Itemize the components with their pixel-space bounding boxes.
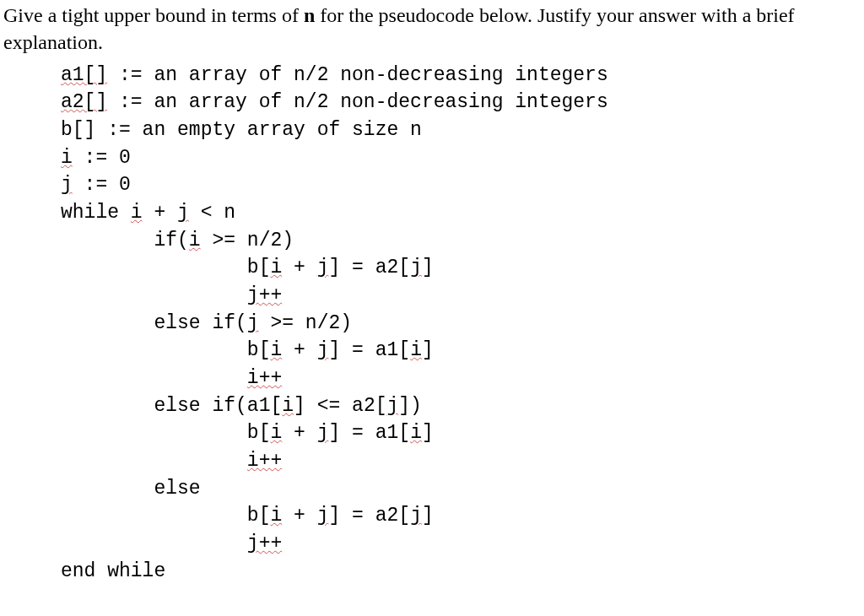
code-token: j: [317, 339, 329, 361]
code-token: j: [61, 174, 73, 196]
code-token: := 0: [73, 174, 131, 196]
question-prompt: Give a tight upper bound in terms of n f…: [3, 2, 861, 57]
code-token: j: [317, 257, 329, 278]
code-token: := an array of n/2 non-decreasing intege…: [107, 91, 608, 113]
code-token: >= n/2): [201, 230, 294, 251]
code-token: else: [61, 478, 201, 500]
code-token: i: [189, 230, 201, 251]
code-token: if(: [61, 230, 189, 251]
code-token: b[: [61, 339, 270, 361]
code-token: i: [270, 505, 282, 527]
code-token: i: [282, 395, 294, 417]
code-token: b[: [61, 422, 270, 444]
code-token: i: [131, 202, 143, 224]
document-page: Give a tight upper bound in terms of n f…: [0, 0, 864, 593]
code-token: ]: [422, 257, 434, 278]
code-token: i: [270, 257, 282, 278]
code-token: [61, 367, 247, 389]
code-token: +: [282, 505, 316, 527]
code-token: b[: [61, 257, 270, 278]
code-token: ]: [422, 505, 434, 527]
code-token: j: [410, 505, 422, 527]
code-token: +: [282, 257, 316, 278]
code-token: b[] := an empty array of size n: [61, 119, 422, 141]
prompt-bold-n: n: [304, 4, 315, 26]
code-token: i: [270, 339, 282, 361]
code-token: ] = a2[: [329, 257, 411, 278]
code-token: < n: [189, 202, 235, 224]
prompt-text-pre: Give a tight upper bound in terms of: [3, 4, 304, 26]
code-token: [61, 532, 247, 554]
code-token: else if(a1[: [61, 395, 282, 417]
code-token: a1[]: [61, 64, 107, 86]
code-token: >= n/2): [259, 312, 352, 334]
code-token: j: [386, 395, 398, 417]
code-token: ] = a1[: [329, 339, 411, 361]
code-token: b[: [61, 505, 270, 527]
code-token: [61, 450, 247, 472]
code-token: else if(: [61, 312, 247, 334]
code-token: ] <= a2[: [294, 395, 386, 417]
code-token: j: [247, 312, 259, 334]
code-token: j++: [247, 284, 282, 306]
code-token: ] = a1[: [329, 422, 411, 444]
code-token: ] = a2[: [329, 505, 411, 527]
code-token: j: [317, 505, 329, 527]
code-token: := an array of n/2 non-decreasing intege…: [107, 64, 608, 86]
code-token: i: [410, 339, 422, 361]
code-token: j: [177, 202, 189, 224]
code-token: ]): [398, 395, 422, 417]
code-token: a2[]: [61, 91, 107, 113]
code-token: j: [410, 257, 422, 278]
pseudocode-block: a1[] := an array of n/2 non-decreasing i…: [3, 62, 861, 585]
code-token: ]: [422, 339, 434, 361]
code-token: +: [282, 422, 316, 444]
code-token: j: [317, 422, 329, 444]
code-token: +: [143, 202, 177, 224]
code-token: end while: [61, 560, 165, 582]
code-token: +: [282, 339, 316, 361]
code-token: j++: [247, 532, 282, 554]
code-token: := 0: [73, 147, 131, 169]
code-token: while: [61, 202, 131, 224]
code-token: [61, 284, 247, 306]
code-token: i: [61, 147, 73, 169]
code-token: i++: [247, 450, 282, 472]
code-token: ]: [422, 422, 434, 444]
code-token: i: [270, 422, 282, 444]
code-token: i: [410, 422, 422, 444]
code-token: i++: [247, 367, 282, 389]
